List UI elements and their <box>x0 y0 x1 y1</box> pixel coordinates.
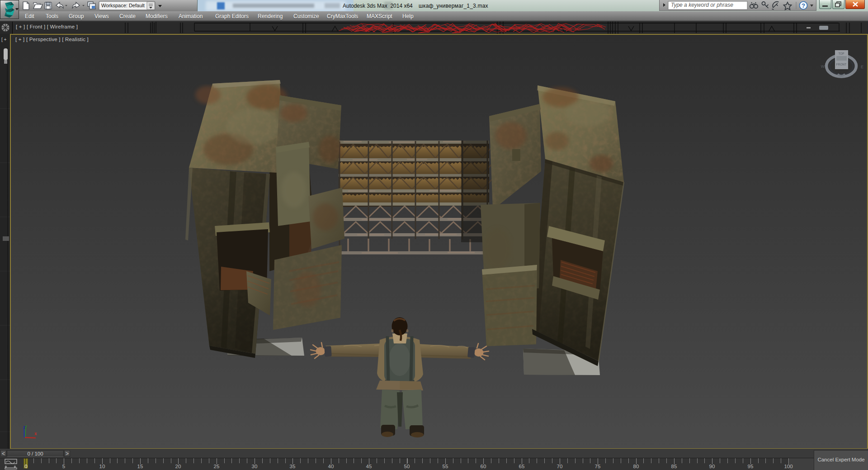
svg-text:[ +: [ + <box>1 37 7 42</box>
svg-text:FRONT: FRONT <box>836 63 846 66</box>
svg-text:x: x <box>34 431 37 436</box>
svg-text:TOP: TOP <box>838 52 844 55</box>
svg-text:z: z <box>23 425 25 430</box>
svg-text:W: W <box>821 64 825 69</box>
svg-text:?: ? <box>802 2 805 9</box>
svg-text:E: E <box>861 65 863 69</box>
